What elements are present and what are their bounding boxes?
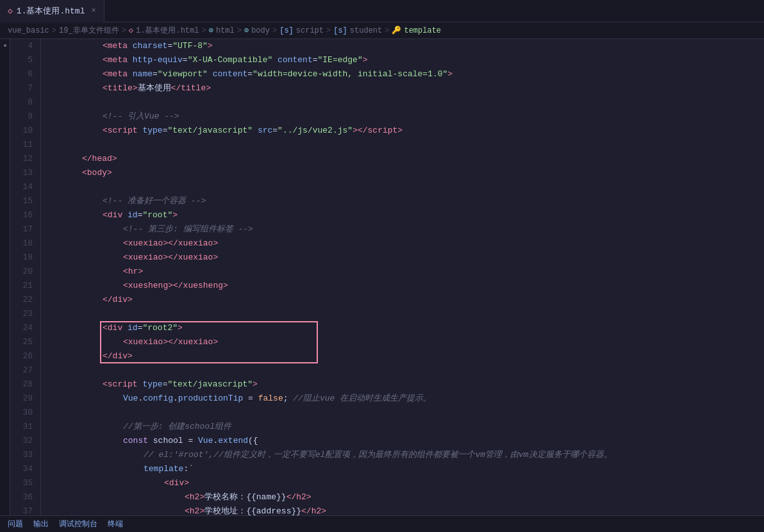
code-line-21: <xuesheng></xuesheng> — [51, 279, 764, 293]
bc-key-icon: 🔑 — [392, 26, 401, 35]
line-numbers: 4 5 6 7 8 9 10 11 12 13 14 15 16 17 18 1… — [10, 39, 41, 515]
code-line-8 — [51, 96, 764, 110]
code-content[interactable]: <meta charset="UTF-8"> <meta http-equiv=… — [41, 39, 764, 515]
tab-file-label: 1.基本使用.html — [17, 5, 85, 17]
code-line-5: <meta http-equiv="X-UA-Compatible" conte… — [51, 53, 764, 67]
code-line-35: <div> — [51, 476, 764, 490]
code-line-6: <meta name="viewport" content="width=dev… — [51, 67, 764, 81]
status-problems[interactable]: 问题 — [8, 519, 23, 529]
status-terminal[interactable]: 终端 — [108, 519, 123, 529]
code-line-4: <meta charset="UTF-8"> — [51, 39, 764, 53]
red-box-container: <div id="root2"> <xuexiao></xuexiao> </d… — [51, 321, 764, 363]
code-line-27 — [51, 363, 764, 378]
bc-html-icon: ⊙ — [209, 26, 213, 35]
bc-script-icon: [s] — [279, 26, 294, 35]
code-line-17: <!-- 第三步: 编写组件标签 --> — [51, 222, 764, 237]
code-line-32: const school = Vue.extend({ — [51, 434, 764, 448]
code-line-11 — [51, 138, 764, 152]
code-line-9: <!-- 引入Vue --> — [51, 110, 764, 124]
code-line-28: <script type="text/javascript"> — [51, 378, 764, 392]
tab-close-button[interactable]: × — [91, 6, 96, 15]
code-line-16: <div id="root"> — [51, 208, 764, 222]
bc-html[interactable]: html — [216, 26, 235, 35]
code-line-14 — [51, 180, 764, 194]
status-output[interactable]: 输出 — [33, 519, 49, 529]
bc-file-icon: ◇ — [129, 26, 133, 35]
breadcrumb: vue_basic > 19_非单文件组件 > ◇ 1.基本使用.html > … — [0, 22, 764, 39]
bc-script[interactable]: script — [296, 26, 324, 35]
code-line-15: <!-- 准备好一个容器 --> — [51, 194, 764, 208]
code-line-26: </div> — [51, 349, 764, 363]
code-line-12: </head> — [51, 152, 764, 166]
mini-dot — [4, 44, 6, 47]
code-line-30 — [51, 406, 764, 420]
bc-student[interactable]: student — [350, 26, 382, 35]
code-line-31: //第一步: 创建school组件 — [51, 420, 764, 434]
code-line-7: <title>基本使用</title> — [51, 81, 764, 96]
code-line-20: <hr> — [51, 265, 764, 279]
code-line-18: <xuexiao></xuexiao> — [51, 237, 764, 251]
bc-body-icon: ⊙ — [244, 26, 249, 35]
left-mini-bar — [0, 39, 10, 515]
status-debug[interactable]: 调试控制台 — [59, 519, 97, 529]
code-line-23 — [51, 307, 764, 321]
bc-body[interactable]: body — [251, 26, 270, 35]
code-line-36: <h2>学校名称：{{name}}</h2> — [51, 490, 764, 504]
code-line-37: <h2>学校地址：{{address}}</h2> — [51, 504, 764, 515]
bc-filename[interactable]: 1.基本使用.html — [136, 25, 199, 36]
tab-file[interactable]: ◇ 1.基本使用.html × — [0, 0, 104, 22]
bc-vue-basic[interactable]: vue_basic — [8, 26, 49, 35]
status-bar: 问题 输出 调试控制台 终端 — [0, 515, 764, 532]
bc-student-icon: [s] — [333, 26, 347, 35]
code-line-13: <body> — [51, 166, 764, 180]
code-line-34: template:` — [51, 462, 764, 476]
code-line-29: Vue.config.productionTip = false; //阻止vu… — [51, 392, 764, 406]
code-line-25: <xuexiao></xuexiao> — [51, 335, 764, 349]
code-line-24: <div id="root2"> — [51, 321, 764, 335]
tab-bar: ◇ 1.基本使用.html × — [0, 0, 764, 22]
code-line-10: <script type="text/javascript" src="../j… — [51, 124, 764, 138]
tab-file-icon: ◇ — [8, 6, 13, 16]
code-line-22: </div> — [51, 293, 764, 307]
bc-folder[interactable]: 19_非单文件组件 — [59, 25, 119, 36]
bc-template[interactable]: template — [404, 26, 441, 35]
editor: 4 5 6 7 8 9 10 11 12 13 14 15 16 17 18 1… — [0, 39, 764, 515]
code-line-33: // el:'#root',//组件定义时，一定不要写el配置项，因为最终所有的… — [51, 448, 764, 462]
code-line-19: <xuexiao></xuexiao> — [51, 251, 764, 265]
